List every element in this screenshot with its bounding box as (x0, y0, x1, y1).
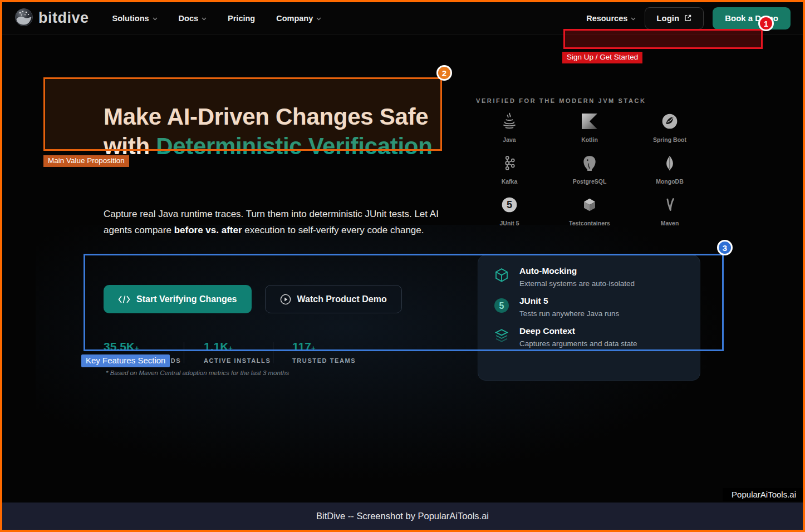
screenshot-frame: bitdive Solutions Docs Pricing Company R… (0, 0, 805, 532)
annotation-badge-1: 1 (758, 16, 774, 31)
nav-item-resources[interactable]: Resources (586, 14, 636, 23)
login-button[interactable]: Login (645, 7, 704, 29)
spring-boot-icon (661, 110, 679, 132)
logo-testcontainers: Testcontainers (549, 194, 630, 226)
cube-outline-icon (493, 266, 510, 288)
feature-deep-context: Deep Context Captures arguments and data… (493, 326, 685, 348)
java-icon (500, 110, 519, 132)
stat-trusted-teams: 117+ TRUSTED TEAMS (292, 340, 356, 364)
nav-item-pricing[interactable]: Pricing (228, 14, 255, 23)
brand-logo[interactable]: bitdive (14, 8, 89, 29)
logo-kafka: Kafka (469, 152, 549, 185)
postgresql-icon (581, 152, 598, 174)
logo-kotlin: Kotlin (549, 110, 630, 143)
external-link-icon (684, 14, 692, 22)
annotation-label-value-proposition: Main Value Proposition (43, 155, 129, 167)
nav-item-solutions[interactable]: Solutions (112, 14, 158, 23)
top-navbar: bitdive Solutions Docs Pricing Company R… (2, 2, 803, 35)
bitdive-sphere-icon (14, 8, 33, 29)
code-icon (118, 295, 130, 304)
chevron-down-icon (316, 17, 321, 21)
kotlin-icon (582, 110, 597, 132)
hero-heading: Make AI-Driven Changes Safe with Determi… (104, 102, 433, 161)
junit5-badge-icon: 5 (493, 296, 510, 318)
watermark: PopularAiTools.ai (723, 488, 803, 501)
nav-item-company[interactable]: Company (276, 14, 321, 23)
nav-menu: Solutions Docs Pricing Company (112, 14, 322, 23)
logo-java: Java (469, 110, 549, 143)
annotation-label-signup: Sign Up / Get Started (562, 52, 642, 63)
feature-junit5: 5 JUnit 5 Tests run anywhere Java runs (493, 296, 685, 318)
junit5-icon: 5 (500, 194, 518, 216)
logo-spring-boot: Spring Boot (630, 110, 710, 143)
stat-divider (273, 342, 273, 363)
book-demo-button[interactable]: Book a Demo (713, 7, 791, 29)
cta-row: Start Verifying Changes Watch Product De… (104, 285, 402, 313)
footer-bar: BitDive -- Screenshot by PopularAiTools.… (2, 503, 803, 530)
start-verifying-button[interactable]: Start Verifying Changes (104, 285, 252, 313)
svg-text:5: 5 (499, 301, 504, 311)
key-features-card: Auto-Mocking External systems are auto-i… (478, 255, 700, 381)
play-circle-icon (280, 294, 291, 305)
testcontainers-icon (581, 194, 598, 216)
nav-item-docs[interactable]: Docs (179, 14, 207, 23)
annotation-badge-2: 2 (436, 65, 452, 81)
stat-active-installs: 1.1K+ ACTIVE INSTALLS (204, 340, 271, 364)
kafka-icon (501, 152, 518, 174)
watch-demo-button[interactable]: Watch Product Demo (265, 285, 402, 313)
brand-name: bitdive (38, 9, 89, 27)
logo-postgresql: PostgreSQL (549, 152, 630, 185)
hero-heading-highlight: Deterministic Verification (156, 133, 432, 159)
svg-text:5: 5 (507, 199, 512, 210)
maven-icon (662, 194, 678, 216)
jvm-stack-grid: Java Kotlin Spring Boot (469, 110, 710, 226)
logo-junit5: 5 JUnit 5 (469, 194, 549, 226)
stat-divider (184, 342, 184, 363)
annotation-label-key-features: Key Features Section (81, 354, 170, 367)
logo-mongodb: MongoDB (630, 152, 710, 185)
logo-maven: Maven (630, 194, 710, 226)
jvm-stack-title: VERIFIED FOR THE MODERN JVM STACK (476, 97, 646, 104)
layers-icon (493, 326, 510, 348)
annotation-badge-3: 3 (717, 240, 733, 255)
stats-footnote: * Based on Maven Central adoption metric… (106, 370, 289, 376)
hero-subheading: Capture real Java runtime traces. Turn t… (104, 206, 444, 238)
chevron-down-icon (153, 17, 158, 21)
mongodb-icon (661, 152, 678, 174)
chevron-down-icon (631, 17, 636, 21)
chevron-down-icon (202, 17, 207, 21)
feature-auto-mocking: Auto-Mocking External systems are auto-i… (493, 266, 685, 288)
footer-caption: BitDive -- Screenshot by PopularAiTools.… (316, 511, 489, 521)
